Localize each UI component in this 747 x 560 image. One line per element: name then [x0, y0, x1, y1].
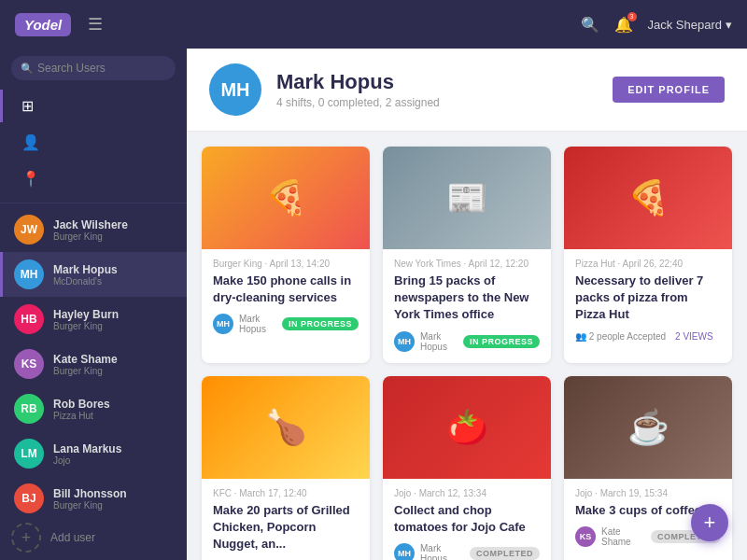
user-name-label: Hayley Burn [53, 308, 119, 321]
sidebar-icon-group: ⊞ 👤 📍 [0, 90, 187, 203]
chevron-down-icon: ▾ [726, 18, 732, 32]
user-role-label: Burger King [53, 231, 128, 242]
user-info: Bill Jhonsson Burger King [53, 487, 127, 511]
status-badge: IN PROGRESS [282, 317, 359, 330]
card-meta: New York Times · April 12, 12:20 [394, 259, 540, 269]
sidebar-item-hayley-burn[interactable]: HB Hayley Burn Burger King [0, 297, 187, 342]
user-name-label: Mark Hopus [53, 263, 118, 276]
card-footer: MH Mark Hopus IN PROGRESS [394, 331, 540, 352]
sidebar-search-icon: 🔍 [21, 63, 34, 75]
cards-scroll: 🍕 Burger King · April 13, 14:20 Make 150… [187, 132, 747, 560]
card-image: ☕ [564, 376, 732, 479]
notification-icon[interactable]: 🔔 3 [614, 16, 633, 34]
card-card3: 🍕 Pizza Hut · April 26, 22:40 Necessary … [564, 147, 732, 363]
card-title: Bring 15 packs of newspapers to the New … [394, 273, 540, 324]
user-info: Kate Shame Burger King [53, 353, 118, 376]
user-info: Jack Wilshere Burger King [53, 218, 128, 242]
user-info: Hayley Burn Burger King [53, 308, 119, 331]
user-name-label: Bill Jhonsson [53, 487, 127, 500]
card-meta: Jojo · March 19, 15:34 [575, 488, 721, 498]
sidebar-item-kate-shame[interactable]: KS Kate Shame Burger King [0, 342, 187, 386]
views-stat: 2 VIEWS [675, 331, 713, 342]
sidebar-item-rob-bores[interactable]: RB Rob Bores Pizza Hut [0, 386, 187, 431]
card-image: 📰 [383, 147, 551, 249]
user-role-label: Pizza Hut [53, 411, 110, 421]
sidebar-item-lana-markus[interactable]: LM Lana Markus Jojo [0, 431, 187, 476]
card-user-name: Kate Shame [601, 526, 645, 547]
avatar: KS [14, 349, 44, 379]
profile-text: Mark Hopus 4 shifts, 0 completed, 2 assi… [276, 70, 598, 109]
add-user-icon: + [11, 523, 41, 553]
card-footer: MH Mark Hopus COMPLETED [394, 543, 540, 560]
avatar: RB [14, 394, 44, 424]
user-name-label: Lana Markus [53, 442, 121, 455]
profile-name: Mark Hopus [276, 70, 598, 94]
status-badge: IN PROGRESS [463, 335, 540, 348]
card-body: New York Times · April 12, 12:20 Bring 1… [383, 249, 551, 363]
user-role-label: Burger King [53, 366, 118, 376]
cards-grid: 🍕 Burger King · April 13, 14:20 Make 150… [202, 147, 732, 560]
card-title: Necessary to deliver 7 packs of pizza fr… [575, 273, 721, 324]
add-user-row[interactable]: + Add user [0, 515, 187, 560]
user-info: Rob Bores Pizza Hut [53, 398, 110, 421]
status-badge: COMPLETED [470, 547, 540, 560]
card-user-name: Mark Hopus [420, 331, 458, 352]
user-role-label: Burger King [53, 500, 127, 511]
avatar: HB [14, 304, 44, 334]
search-input[interactable] [11, 56, 176, 80]
logo: Yodel [15, 13, 71, 36]
avatar: BJ [14, 483, 44, 513]
sidebar-icon-location[interactable]: 📍 [0, 162, 187, 195]
search-icon[interactable]: 🔍 [581, 16, 599, 34]
card-user-name: Mark Hopus [420, 543, 464, 560]
search-wrap: 🔍 [11, 56, 176, 80]
notif-badge: 3 [627, 12, 637, 21]
card-user-avatar: MH [394, 331, 415, 352]
top-nav: Yodel ☰ 🔍 🔔 3 Jack Shepard ▾ [0, 0, 747, 49]
card-card4: 🍗 KFC · March 17, 12:40 Make 20 parts of… [202, 376, 370, 560]
sidebar-icon-person[interactable]: 👤 [0, 126, 187, 159]
card-title: Make 150 phone calls in dry-cleaning ser… [213, 273, 359, 306]
card-body: Burger King · April 13, 14:20 Make 150 p… [202, 249, 370, 345]
sidebar-item-jack-wilshere[interactable]: JW Jack Wilshere Burger King [0, 207, 187, 252]
card-card5: 🍅 Jojo · March 12, 13:34 Collect and cho… [383, 376, 551, 560]
add-user-label: Add user [50, 531, 95, 544]
accepted-stat: 👥 2 people Accepted [575, 331, 666, 342]
user-role-label: Burger King [53, 321, 119, 331]
card-user-name: Mark Hopus [239, 314, 276, 334]
avatar: MH [14, 259, 44, 289]
user-name-label: Rob Bores [53, 398, 110, 411]
user-info: Lana Markus Jojo [53, 442, 121, 466]
card-image: 🍅 [383, 376, 551, 479]
user-role-label: Jojo [53, 455, 121, 466]
card-title: Collect and chop tomatoes for Jojo Cafe [394, 502, 540, 536]
sidebar-item-bill-jhonsson[interactable]: BJ Bill Jhonsson Burger King [0, 476, 187, 515]
user-role-label: McDonald's [53, 276, 118, 287]
sidebar-item-mark-hopus[interactable]: MH Mark Hopus McDonald's [0, 252, 187, 297]
card-body: KFC · March 17, 12:40 Make 20 parts of G… [202, 479, 370, 560]
card-image: 🍕 [564, 147, 732, 249]
sidebar: 🔍 ⊞ 👤 📍 JW Jack Wilshere Burger King MH … [0, 49, 187, 560]
card-meta: Jojo · March 12, 13:34 [394, 488, 540, 498]
card-body: Pizza Hut · April 26, 22:40 Necessary to… [564, 249, 732, 357]
card-image: 🍕 [202, 147, 370, 249]
card-card2: 📰 New York Times · April 12, 12:20 Bring… [383, 147, 551, 363]
card-body: Jojo · March 12, 13:34 Collect and chop … [383, 479, 551, 560]
profile-meta: 4 shifts, 0 completed, 2 assigned [276, 96, 598, 109]
card-footer: MH Mark Hopus IN PROGRESS [213, 314, 359, 334]
avatar: LM [14, 439, 44, 469]
card-user-avatar: MH [394, 543, 415, 560]
avatar: JW [14, 215, 44, 245]
hamburger-icon[interactable]: ☰ [88, 14, 103, 35]
content-wrap: 🍕 Burger King · April 13, 14:20 Make 150… [187, 132, 747, 560]
user-menu[interactable]: Jack Shepard ▾ [648, 18, 733, 32]
sidebar-icon-layers[interactable]: ⊞ [0, 90, 187, 122]
fab-button[interactable]: + [691, 504, 728, 541]
user-name-label: Kate Shame [53, 353, 118, 366]
card-image: 🍗 [202, 376, 370, 479]
nav-right: 🔍 🔔 3 Jack Shepard ▾ [581, 16, 733, 34]
edit-profile-button[interactable]: EDIT PROFILE [613, 77, 725, 103]
user-name-label: Jack Wilshere [53, 218, 128, 231]
card-title: Make 20 parts of Grilled Chicken, Popcor… [213, 502, 359, 553]
profile-header: MH Mark Hopus 4 shifts, 0 completed, 2 a… [187, 49, 747, 132]
